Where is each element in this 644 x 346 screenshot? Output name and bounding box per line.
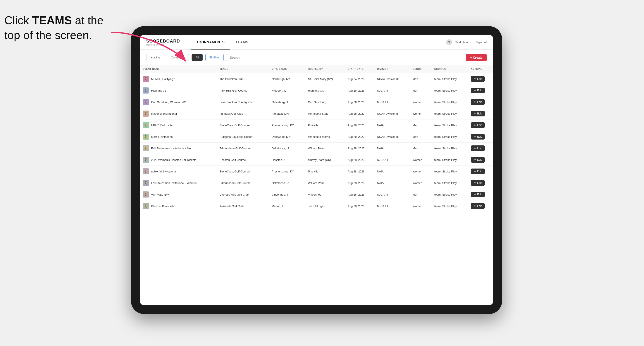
user-name: Test User	[456, 40, 468, 44]
edit-button-9[interactable]: ✏ Edit	[471, 180, 485, 186]
date-cell-11: Aug 28, 2023	[344, 200, 374, 212]
event-name-cell-1: 🏌 Highland 36	[140, 85, 216, 96]
actions-cell-8: ✏ Edit	[468, 166, 493, 177]
hosted-cell-0: Mt. Saint Mary (NY)	[305, 73, 345, 85]
city-cell-6: Oskaloosa, IA	[268, 143, 305, 154]
gender-cell-2: Women	[410, 96, 431, 108]
tournaments-table: EVENT NAME VENUE CITY, STATE HOSTED BY S…	[140, 65, 493, 212]
event-name-7: 2023 Women's Hesston Fall Kickoff	[151, 158, 196, 162]
all-button[interactable]: All	[192, 54, 203, 61]
city-cell-0: Newburgh, NY	[268, 73, 305, 85]
venue-cell-1: Park Hills Golf Course	[216, 85, 268, 96]
gender-cell-7: Women	[410, 154, 431, 166]
gender-cell-5: Men	[410, 131, 431, 143]
hosted-cell-9: William Penn	[305, 177, 345, 189]
create-button[interactable]: + Create	[466, 54, 487, 61]
event-name-2: Carl Sandburg Women FA23	[151, 101, 187, 104]
edit-icon-9: ✏	[474, 181, 476, 184]
division-cell-10: NJCAA II	[374, 189, 409, 200]
hosted-cell-4: Pikeville	[305, 120, 345, 131]
edit-button-0[interactable]: ✏ Edit	[471, 76, 485, 82]
table-row: 🏌 2023 Women's Hesston Fall Kickoff Hess…	[140, 154, 493, 166]
nav-tabs: TOURNAMENTS TEAMS	[191, 35, 446, 49]
edit-button-5[interactable]: ✏ Edit	[471, 134, 485, 140]
edit-button-2[interactable]: ✏ Edit	[471, 99, 485, 105]
edit-icon-4: ✏	[474, 124, 476, 127]
edit-icon-1: ✏	[474, 89, 476, 92]
team-logo-0: 🏌	[143, 76, 149, 82]
table-container: EVENT NAME VENUE CITY, STATE HOSTED BY S…	[140, 65, 493, 305]
table-row: 🏌 Carl Sandburg Women FA23 Lake Bracken …	[140, 96, 493, 108]
event-name-cell-9: 🏌 Fall Statesmen Invitational - Women	[140, 177, 216, 189]
edit-button-4[interactable]: ✏ Edit	[471, 122, 485, 128]
col-start-date: START DATE	[344, 65, 374, 73]
sign-out-link[interactable]: Sign out	[476, 40, 487, 44]
separator: |	[472, 40, 472, 44]
table-header-row: EVENT NAME VENUE CITY, STATE HOSTED BY S…	[140, 65, 493, 73]
edit-icon-11: ✏	[474, 204, 476, 207]
venue-cell-5: Ruttger's Bay Lake Resort	[216, 131, 268, 143]
city-cell-5: Deerwood, MN	[268, 131, 305, 143]
edit-button-3[interactable]: ✏ Edit	[471, 111, 485, 116]
filter-button[interactable]: ☰ Filter	[206, 54, 224, 61]
event-name-6: Fall Statesmen Invitational - Men	[151, 147, 192, 150]
hosted-cell-3: Minnesota State	[305, 108, 345, 120]
teams-bold: TEAMS	[32, 14, 72, 27]
edit-button-6[interactable]: ✏ Edit	[471, 146, 485, 151]
actions-cell-7: ✏ Edit	[468, 154, 493, 166]
table-row: 🏌 UPIKE Fall Invite StoneCrest Golf Cour…	[140, 120, 493, 131]
toolbar: Hosting Competing All ☰ Filter + Create	[140, 50, 493, 65]
nav-bar: SCOREBOARD Powered by clippit TOURNAMENT…	[140, 35, 493, 50]
gender-cell-6: Men	[410, 143, 431, 154]
team-logo-5: 🏌	[143, 134, 149, 140]
edit-button-1[interactable]: ✏ Edit	[471, 88, 485, 93]
event-name-cell-7: 🏌 2023 Women's Hesston Fall Kickoff	[140, 154, 216, 166]
search-input[interactable]	[226, 54, 463, 61]
team-logo-9: 🏌	[143, 180, 149, 186]
division-cell-9: NAIA	[374, 177, 409, 189]
date-cell-3: Aug 28, 2023	[344, 108, 374, 120]
division-cell-1: NJCAA I	[374, 85, 409, 96]
instruction-text: Click TEAMS at thetop of the screen.	[4, 13, 104, 42]
event-name-11: Klash at Kokopelli	[151, 204, 174, 208]
edit-button-10[interactable]: ✏ Edit	[471, 192, 485, 197]
division-cell-3: NCAA Division II	[374, 108, 409, 120]
arrow-annotation	[105, 26, 192, 71]
edit-button-11[interactable]: ✏ Edit	[471, 203, 485, 209]
team-logo-3: 🏌	[143, 111, 149, 117]
date-cell-9: Aug 28, 2023	[344, 177, 374, 189]
city-cell-9: Oskaloosa, IA	[268, 177, 305, 189]
team-logo-6: 🏌	[143, 145, 149, 151]
date-cell-4: Aug 28, 2023	[344, 120, 374, 131]
division-cell-5: NCAA Division III	[374, 131, 409, 143]
date-cell-0: Aug 24, 2023	[344, 73, 374, 85]
gender-cell-8: Women	[410, 166, 431, 177]
actions-cell-6: ✏ Edit	[468, 143, 493, 154]
event-name-5: Morris Invitational	[151, 135, 173, 139]
edit-button-8[interactable]: ✏ Edit	[471, 169, 485, 174]
gender-cell-11: Women	[410, 200, 431, 212]
settings-icon[interactable]: ⚙	[446, 39, 452, 45]
table-row: 🏌 Klash at Kokopelli Kokopelli Golf Club…	[140, 200, 493, 212]
event-name-3: Maverick Invitational	[151, 112, 177, 115]
actions-cell-1: ✏ Edit	[468, 85, 493, 96]
table-row: 🏌 Highland 36 Park Hills Golf Course Fre…	[140, 85, 493, 96]
date-cell-2: Aug 26, 2023	[344, 96, 374, 108]
event-name-cell-11: 🏌 Klash at Kokopelli	[140, 200, 216, 212]
edit-button-7[interactable]: ✏ Edit	[471, 157, 485, 163]
actions-cell-0: ✏ Edit	[468, 73, 493, 85]
division-cell-8: NAIA	[374, 166, 409, 177]
table-row: 🏌 VU PREVIEW Cypress Hills Golf Club Vin…	[140, 189, 493, 200]
col-venue: VENUE	[216, 65, 268, 73]
nav-tab-tournaments[interactable]: TOURNAMENTS	[191, 35, 230, 50]
event-name-4: UPIKE Fall Invite	[151, 124, 172, 127]
tablet-screen: SCOREBOARD Powered by clippit TOURNAMENT…	[140, 35, 493, 305]
nav-tab-teams[interactable]: TEAMS	[230, 35, 254, 50]
city-cell-8: Prestonsburg, KY	[268, 166, 305, 177]
actions-cell-5: ✏ Edit	[468, 131, 493, 143]
col-city-state: CITY, STATE	[268, 65, 305, 73]
event-name-cell-8: 🏌 upike fall invitational	[140, 166, 216, 177]
venue-cell-8: StoneCrest Golf Course	[216, 166, 268, 177]
venue-cell-10: Cypress Hills Golf Club	[216, 189, 268, 200]
event-name-cell-2: 🏌 Carl Sandburg Women FA23	[140, 96, 216, 108]
